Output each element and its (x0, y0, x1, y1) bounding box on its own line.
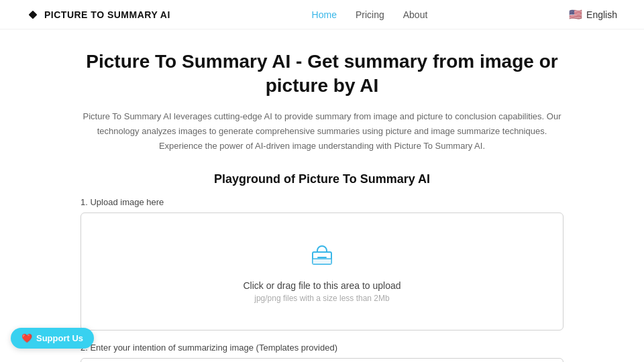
flag-icon: 🇺🇸 (569, 8, 582, 21)
heart-icon: ❤️ (21, 333, 32, 343)
upload-main-text: Click or drag file to this area to uploa… (243, 280, 400, 291)
nav-home[interactable]: Home (312, 9, 337, 20)
logo-text: PICTURE TO SUMMARY AI (44, 9, 170, 20)
logo[interactable]: PICTURE TO SUMMARY AI (27, 9, 170, 21)
svg-rect-2 (313, 259, 331, 264)
support-button[interactable]: ❤️ Support Us (11, 328, 94, 349)
nav-pricing[interactable]: Pricing (356, 9, 384, 20)
main-nav: Home Pricing About (312, 9, 428, 20)
upload-sub-text: jpg/png files with a size less than 2Mb (254, 294, 389, 303)
hero-title: Picture To Summary AI - Get summary from… (80, 50, 564, 99)
templates-section-label: 2. Enter your intention of summarizing i… (80, 343, 564, 353)
upload-icon (307, 240, 337, 272)
templates-container: Intention Templates AI Summarize Image B… (80, 358, 564, 362)
header: PICTURE TO SUMMARY AI Home Pricing About… (0, 0, 644, 29)
support-label: Support Us (36, 333, 83, 343)
upload-dropzone[interactable]: Click or drag file to this area to uploa… (80, 213, 564, 330)
upload-section-label: 1. Upload image here (80, 197, 564, 207)
nav-about[interactable]: About (403, 9, 428, 20)
playground-title: Playground of Picture To Summary AI (80, 172, 564, 186)
logo-icon (27, 9, 39, 21)
main-content: Picture To Summary AI - Get summary from… (67, 29, 577, 362)
language-label: English (586, 9, 617, 20)
templates-toggle[interactable]: Intention Templates (81, 359, 563, 362)
hero-description: Picture To Summary AI leverages cutting-… (80, 109, 564, 154)
language-selector[interactable]: 🇺🇸 English (569, 8, 617, 21)
svg-rect-0 (29, 10, 38, 19)
